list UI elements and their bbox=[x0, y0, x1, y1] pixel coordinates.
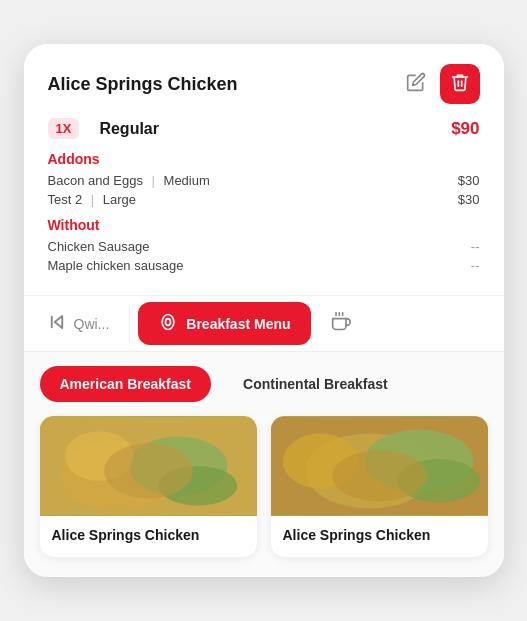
breakfast-icon bbox=[158, 312, 178, 335]
without-label: Without bbox=[48, 217, 480, 233]
food-image-1 bbox=[40, 416, 257, 516]
nav-tab-breakfast[interactable]: Breakfast Menu bbox=[138, 302, 310, 345]
svg-point-3 bbox=[166, 319, 171, 326]
addon-row-1: Bacon and Eggs | Medium $30 bbox=[48, 173, 480, 188]
without-dash-1: -- bbox=[471, 239, 480, 254]
main-price: $90 bbox=[451, 119, 479, 139]
addon-price-2: $30 bbox=[458, 192, 480, 207]
cat-tab-american[interactable]: American Breakfast bbox=[40, 366, 212, 402]
addon-name-2: Test 2 | Large bbox=[48, 192, 137, 207]
edit-button[interactable] bbox=[402, 68, 430, 101]
food-name-2: Alice Springs Chicken bbox=[271, 516, 488, 556]
order-title: Alice Springs Chicken bbox=[48, 74, 238, 95]
svg-point-18 bbox=[332, 451, 427, 502]
coffee-icon bbox=[331, 312, 351, 335]
quantity-badge: 1X bbox=[48, 118, 80, 139]
main-card: Alice Springs Chicken bbox=[24, 44, 504, 576]
svg-marker-0 bbox=[54, 316, 62, 328]
addon-price-1: $30 bbox=[458, 173, 480, 188]
food-card-1[interactable]: Alice Springs Chicken bbox=[40, 416, 257, 556]
without-row-2: Maple chicken sausage -- bbox=[48, 258, 480, 273]
order-header: Alice Springs Chicken bbox=[48, 64, 480, 104]
food-card-2[interactable]: Alice Springs Chicken bbox=[271, 416, 488, 556]
addon-row-2: Test 2 | Large $30 bbox=[48, 192, 480, 207]
order-actions bbox=[402, 64, 480, 104]
nav-tab-coffee[interactable] bbox=[315, 298, 367, 349]
without-dash-2: -- bbox=[471, 258, 480, 273]
delete-button[interactable] bbox=[440, 64, 480, 104]
order-card: Alice Springs Chicken bbox=[24, 44, 504, 296]
without-section: Without Chicken Sausage -- Maple chicken… bbox=[48, 217, 480, 273]
nav-divider bbox=[129, 306, 130, 342]
prev-icon bbox=[48, 313, 66, 334]
without-item-1: Chicken Sausage bbox=[48, 239, 150, 254]
food-grid: Alice Springs Chicken Alice Springs Chic… bbox=[24, 402, 504, 576]
without-item-2: Maple chicken sausage bbox=[48, 258, 184, 273]
quantity-row: 1X Regular $90 bbox=[48, 118, 480, 139]
addons-list: Bacon and Eggs | Medium $30 Test 2 | Lar… bbox=[48, 173, 480, 207]
edit-icon bbox=[406, 76, 426, 96]
delete-icon bbox=[450, 72, 470, 97]
svg-point-12 bbox=[104, 444, 193, 499]
nav-tab-breakfast-label: Breakfast Menu bbox=[186, 316, 290, 332]
nav-tabs: Qwi... Breakfast Menu bbox=[24, 296, 504, 352]
cat-tab-continental[interactable]: Continental Breakfast bbox=[223, 366, 408, 402]
nav-tab-qwi[interactable]: Qwi... bbox=[32, 299, 126, 348]
addons-label: Addons bbox=[48, 151, 480, 167]
nav-tab-qwi-label: Qwi... bbox=[74, 316, 110, 332]
food-name-1: Alice Springs Chicken bbox=[40, 516, 257, 556]
category-tabs: American Breakfast Continental Breakfast bbox=[24, 352, 504, 402]
size-label: Regular bbox=[99, 120, 159, 138]
without-row-1: Chicken Sausage -- bbox=[48, 239, 480, 254]
svg-point-2 bbox=[162, 315, 174, 330]
addon-name-1: Bacon and Eggs | Medium bbox=[48, 173, 210, 188]
food-image-2 bbox=[271, 416, 488, 516]
menu-section: Qwi... Breakfast Menu bbox=[24, 296, 504, 576]
